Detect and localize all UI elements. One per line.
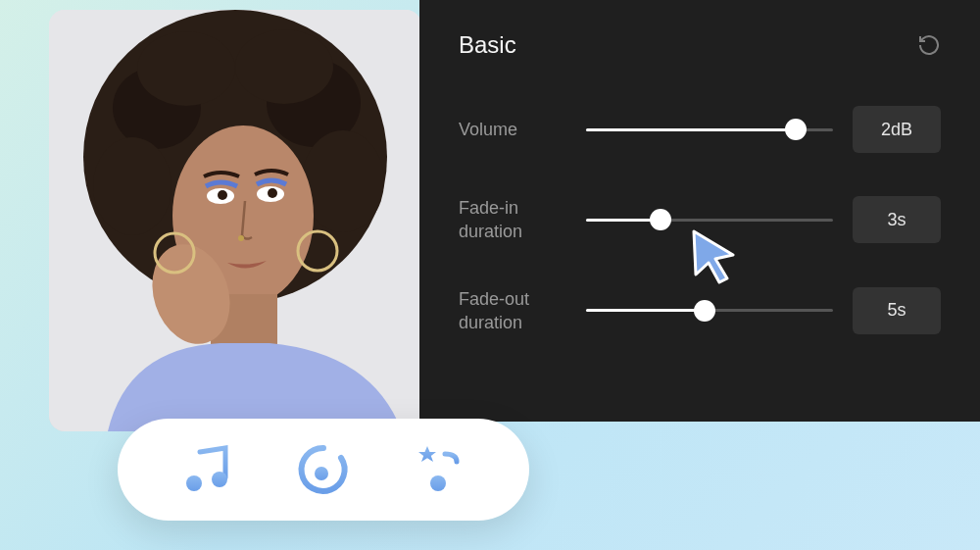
panel-title: Basic	[459, 31, 516, 59]
audio-source-icon[interactable]	[294, 440, 353, 499]
sound-effects-icon[interactable]	[408, 440, 466, 499]
svg-point-13	[218, 190, 227, 200]
fade-out-control: Fade-out duration 5s	[459, 287, 941, 335]
svg-point-5	[302, 130, 384, 232]
svg-point-22	[315, 467, 328, 480]
volume-slider[interactable]	[586, 119, 833, 140]
fade-out-value[interactable]: 5s	[853, 287, 941, 334]
volume-label: Volume	[459, 118, 566, 141]
svg-point-4	[93, 137, 172, 235]
fade-in-value[interactable]: 3s	[853, 196, 941, 243]
svg-point-15	[238, 235, 244, 241]
reset-button[interactable]	[917, 33, 941, 57]
volume-value[interactable]: 2dB	[853, 106, 941, 153]
svg-point-24	[430, 475, 446, 491]
audio-toolbar	[118, 419, 529, 521]
fade-in-slider[interactable]	[586, 209, 833, 230]
svg-point-19	[186, 475, 202, 491]
person-illustration	[49, 10, 421, 431]
svg-point-7	[235, 29, 333, 104]
fade-out-label: Fade-out duration	[459, 287, 566, 335]
svg-point-20	[212, 472, 227, 487]
fade-in-label: Fade-in duration	[459, 196, 566, 244]
volume-control: Volume 2dB	[459, 106, 941, 153]
music-icon[interactable]	[180, 440, 239, 499]
reset-icon	[917, 33, 941, 57]
svg-point-6	[137, 31, 235, 106]
svg-point-14	[268, 188, 277, 198]
video-preview	[49, 10, 421, 431]
fade-in-control: Fade-in duration 3s	[459, 196, 941, 244]
fade-out-slider[interactable]	[586, 300, 833, 322]
audio-settings-panel: Basic Volume 2dB Fade-in duration 3s	[419, 0, 980, 422]
